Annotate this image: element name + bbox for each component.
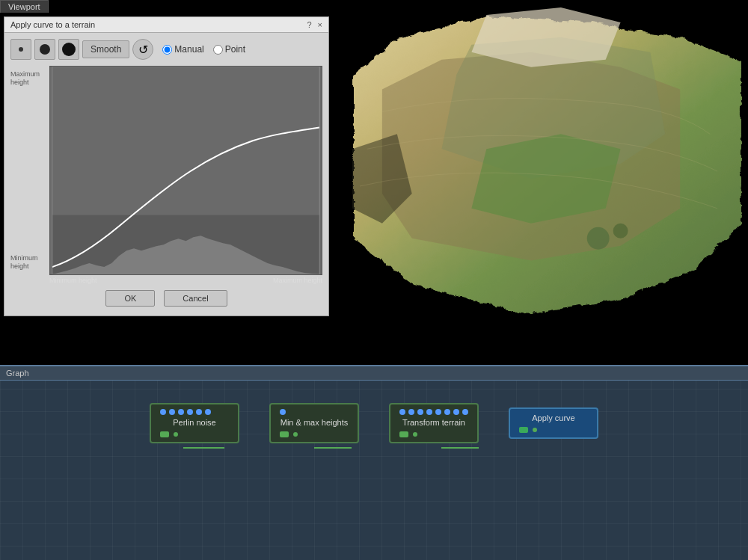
dot-small-icon: [19, 47, 23, 52]
node-apply-curve-label: Apply curve: [516, 413, 591, 422]
manual-radio[interactable]: Manual: [162, 44, 203, 55]
node-transform-label: Transform terrain: [396, 418, 471, 427]
applycurve-output: [519, 427, 528, 433]
dot-small-button[interactable]: [10, 39, 31, 60]
refresh-icon: ↺: [138, 43, 148, 57]
minmax-port-small: [293, 432, 298, 437]
dialog-titlebar-icons: ? ×: [307, 20, 322, 29]
dialog-body: Smooth ↺ Manual Point Maximumheight: [4, 33, 328, 316]
node-min-max[interactable]: Min & max heights: [269, 403, 359, 443]
node-perlin-ports-top: [157, 409, 232, 415]
viewport-tab-label: Viewport: [8, 2, 40, 11]
graph-label: Graph: [6, 369, 29, 378]
port-dot-3: [178, 409, 184, 415]
transform-port-1: [399, 409, 405, 415]
viewport-tab[interactable]: Viewport: [0, 0, 49, 13]
graph-nodes: Perlin noise Min & max heights: [0, 381, 748, 443]
help-icon[interactable]: ?: [307, 20, 311, 29]
port-dot-4: [187, 409, 193, 415]
node-perlin-noise[interactable]: Perlin noise: [150, 403, 239, 443]
dot-medium-button[interactable]: [34, 39, 55, 60]
x-label-min: Minimum height: [49, 277, 97, 284]
chart-wrapper: Maximumheight Minimumheight: [10, 66, 322, 284]
transform-port-3: [417, 409, 423, 415]
cancel-button[interactable]: Cancel: [164, 290, 227, 307]
transform-port-7: [453, 409, 459, 415]
svg-marker-3: [471, 134, 620, 224]
ok-button[interactable]: OK: [105, 290, 155, 307]
port-dot-5: [196, 409, 202, 415]
minmax-output: [280, 431, 289, 437]
node-apply-curve[interactable]: Apply curve: [509, 407, 598, 439]
dot-large-icon: [62, 43, 76, 56]
node-transform-terrain[interactable]: Transform terrain: [389, 403, 479, 443]
x-label-max: Maximum height: [273, 277, 322, 284]
apply-curve-dialog: Apply curve to a terrain ? × Smooth ↺: [4, 16, 329, 316]
curve-mode-group: Manual Point: [162, 44, 245, 55]
point-label: Point: [225, 44, 245, 55]
port-dot-2: [169, 409, 175, 415]
port-dot-1: [160, 409, 166, 415]
node-transform-ports-bottom: [396, 431, 471, 437]
dialog-buttons: OK Cancel: [10, 290, 322, 307]
smooth-button[interactable]: Smooth: [82, 40, 129, 58]
connector-lines-svg: [0, 409, 748, 454]
refresh-button[interactable]: ↺: [132, 39, 153, 60]
y-label-max: Maximumheight: [10, 70, 40, 87]
svg-point-7: [613, 224, 628, 239]
x-labels: Minimum height Maximum height: [49, 277, 322, 284]
terrain-render: [337, 0, 748, 365]
dot-medium-icon: [40, 44, 50, 55]
perlin-port-small: [174, 432, 178, 437]
node-minmax-ports-top: [277, 409, 352, 415]
node-applycurve-ports-bottom: [516, 427, 591, 433]
node-perlin-ports-bottom: [157, 431, 232, 437]
y-label-min: Minimumheight: [10, 254, 38, 271]
transform-port-small: [413, 432, 417, 437]
dialog-title: Apply curve to a terrain: [10, 20, 95, 29]
transform-output: [399, 431, 408, 437]
transform-port-8: [462, 409, 468, 415]
close-icon[interactable]: ×: [318, 20, 322, 29]
transform-port-2: [408, 409, 414, 415]
graph-section: Graph Perlin noise: [0, 366, 748, 560]
manual-label: Manual: [174, 44, 203, 55]
dialog-titlebar: Apply curve to a terrain ? ×: [4, 17, 328, 33]
graph-header: Graph: [0, 366, 748, 381]
toolbar-row: Smooth ↺ Manual Point: [10, 39, 322, 60]
point-radio[interactable]: Point: [213, 44, 245, 55]
transform-port-4: [426, 409, 432, 415]
node-perlin-label: Perlin noise: [157, 418, 232, 427]
dot-large-button[interactable]: [58, 39, 79, 60]
applycurve-port-small: [533, 428, 537, 432]
curve-chart-svg: [50, 67, 322, 274]
node-minmax-ports-bottom: [277, 431, 352, 437]
port-dot-6: [205, 409, 211, 415]
node-minmax-label: Min & max heights: [277, 418, 352, 427]
node-transform-ports-top: [396, 409, 471, 415]
minmax-port-1: [280, 409, 286, 415]
perlin-output: [160, 431, 169, 437]
transform-port-5: [435, 409, 441, 415]
svg-point-6: [587, 227, 610, 250]
transform-port-6: [444, 409, 450, 415]
